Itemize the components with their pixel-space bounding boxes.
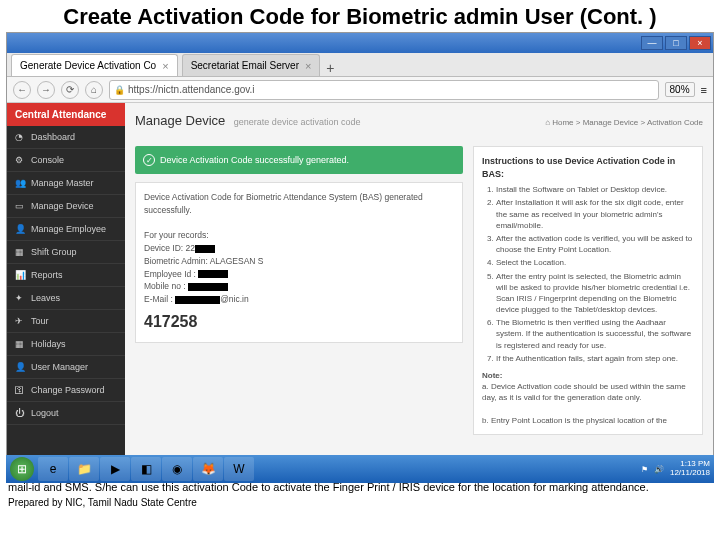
instruction-item: Install the Software on Tablet or Deskto… [496,184,694,195]
sidebar-item-shift-group[interactable]: ▦Shift Group [7,241,125,264]
page-content: Central Attendance ◔Dashboard ⚙Console 👥… [7,103,713,463]
prepared-by: Prepared by NIC, Tamil Nadu State Centre [0,497,720,508]
instructions-panel: Instructions to use Device Activation Co… [473,146,703,435]
detail-mobile: Mobile no : [144,280,454,293]
tab-label: Generate Device Activation Co [20,60,156,71]
forward-button[interactable]: → [37,81,55,99]
browser-toolbar: ← → ⟳ ⌂ 🔒 https://nictn.attendance.gov.i… [7,77,713,103]
home-button[interactable]: ⌂ [85,81,103,99]
new-tab-button[interactable]: + [320,60,340,76]
tab-strip: Generate Device Activation Co × Secretar… [7,53,713,77]
taskbar-app-icon[interactable]: ◧ [131,457,161,481]
detail-email: E-Mail : @nic.in [144,293,454,306]
leaf-icon: ✦ [15,293,25,303]
minimize-button[interactable]: — [641,36,663,50]
taskbar-ie-icon[interactable]: e [38,457,68,481]
sidebar-item-manage-master[interactable]: 👥Manage Master [7,172,125,195]
sidebar-item-logout[interactable]: ⏻Logout [7,402,125,425]
details-card: Device Activation Code for Biometric Att… [135,182,463,343]
user-icon: 👤 [15,362,25,372]
sidebar-item-manage-device[interactable]: ▭Manage Device [7,195,125,218]
tab-close-icon[interactable]: × [162,60,168,72]
detail-emp: Employee Id : [144,268,454,281]
system-tray: ⚑ 🔊 1:13 PM 12/11/2018 [641,460,710,478]
taskbar-chrome-icon[interactable]: ◉ [162,457,192,481]
taskbar-media-icon[interactable]: ▶ [100,457,130,481]
tab-label: Secretariat Email Server [191,60,299,71]
note-section: Note: a. Device Activation code should b… [482,370,694,426]
instruction-item: The Biometric is then verified using the… [496,317,694,351]
close-button[interactable]: × [689,36,711,50]
sidebar-item-leaves[interactable]: ✦Leaves [7,287,125,310]
breadcrumb: ⌂ Home > Manage Device > Activation Code [545,118,703,127]
main-panel: Manage Device generate device activation… [125,103,713,463]
left-column: ✓ Device Activation Code successfully ge… [135,146,463,435]
alert-text: Device Activation Code successfully gene… [160,155,349,165]
tray-clock[interactable]: 1:13 PM 12/11/2018 [670,460,710,478]
sidebar-item-console[interactable]: ⚙Console [7,149,125,172]
instruction-item: After Installation it will ask for the s… [496,197,694,231]
users-icon: 👥 [15,178,25,188]
note-a: a. Device Activation code should be used… [482,381,694,403]
detail-line: Device Activation Code for Biometric Att… [144,191,454,217]
instruction-item: After the entry point is selected, the B… [496,271,694,316]
url-text: https://nictn.attendance.gov.i [128,84,255,95]
sidebar-item-dashboard[interactable]: ◔Dashboard [7,126,125,149]
tray-sound-icon[interactable]: 🔊 [654,465,664,474]
slide-title: Create Activation Code for Biometric adm… [0,0,720,32]
tab-active[interactable]: Generate Device Activation Co × [11,54,178,76]
page-subtitle: generate device activation code [234,117,361,127]
window-titlebar: — □ × [7,33,713,53]
windows-taskbar: ⊞ e 📁 ▶ ◧ ◉ 🦊 W ⚑ 🔊 1:13 PM 12/11/2018 [6,455,714,483]
detail-line: For your records: [144,229,454,242]
address-bar[interactable]: 🔒 https://nictn.attendance.gov.i [109,80,659,100]
menu-icon[interactable]: ≡ [701,84,707,96]
sidebar-item-user-manager[interactable]: 👤User Manager [7,356,125,379]
zoom-level[interactable]: 80% [665,82,695,97]
tab-inactive[interactable]: Secretariat Email Server × [182,54,321,76]
activation-code: 417258 [144,310,454,334]
sidebar: Central Attendance ◔Dashboard ⚙Console 👥… [7,103,125,463]
sidebar-item-manage-employee[interactable]: 👤Manage Employee [7,218,125,241]
instructions-list: Install the Software on Tablet or Deskto… [496,184,694,364]
key-icon: ⚿ [15,385,25,395]
sidebar-item-tour[interactable]: ✈Tour [7,310,125,333]
reload-button[interactable]: ⟳ [61,81,79,99]
check-icon: ✓ [143,154,155,166]
sidebar-item-reports[interactable]: 📊Reports [7,264,125,287]
taskbar-firefox-icon[interactable]: 🦊 [193,457,223,481]
power-icon: ⏻ [15,408,25,418]
instruction-item: After the activation code is verified, y… [496,233,694,255]
browser-window: — □ × Generate Device Activation Co × Se… [6,32,714,462]
detail-admin: Biometric Admin: ALAGESAN S [144,255,454,268]
detail-device: Device ID: 22 [144,242,454,255]
note-b: b. Entry Point Location is the physical … [482,415,694,426]
chart-icon: 📊 [15,270,25,280]
lock-icon: 🔒 [114,85,125,95]
start-button[interactable]: ⊞ [10,457,34,481]
page-title: Manage Device [135,113,225,128]
maximize-button[interactable]: □ [665,36,687,50]
sidebar-item-change-password[interactable]: ⚿Change Password [7,379,125,402]
tray-flag-icon[interactable]: ⚑ [641,465,648,474]
calendar-icon: ▦ [15,247,25,257]
page-header: Manage Device generate device activation… [135,113,703,128]
plane-icon: ✈ [15,316,25,326]
taskbar-explorer-icon[interactable]: 📁 [69,457,99,481]
brand-header: Central Attendance [7,103,125,126]
tab-close-icon[interactable]: × [305,60,311,72]
instruction-item: If the Authentication fails, start again… [496,353,694,364]
instructions-title: Instructions to use Device Activation Co… [482,155,694,180]
calendar-icon: ▦ [15,339,25,349]
user-icon: 👤 [15,224,25,234]
success-alert: ✓ Device Activation Code successfully ge… [135,146,463,174]
taskbar-word-icon[interactable]: W [224,457,254,481]
instruction-item: Select the Location. [496,257,694,268]
gauge-icon: ◔ [15,132,25,142]
note-label: Note: [482,371,502,380]
sidebar-item-holidays[interactable]: ▦Holidays [7,333,125,356]
device-icon: ▭ [15,201,25,211]
gear-icon: ⚙ [15,155,25,165]
back-button[interactable]: ← [13,81,31,99]
